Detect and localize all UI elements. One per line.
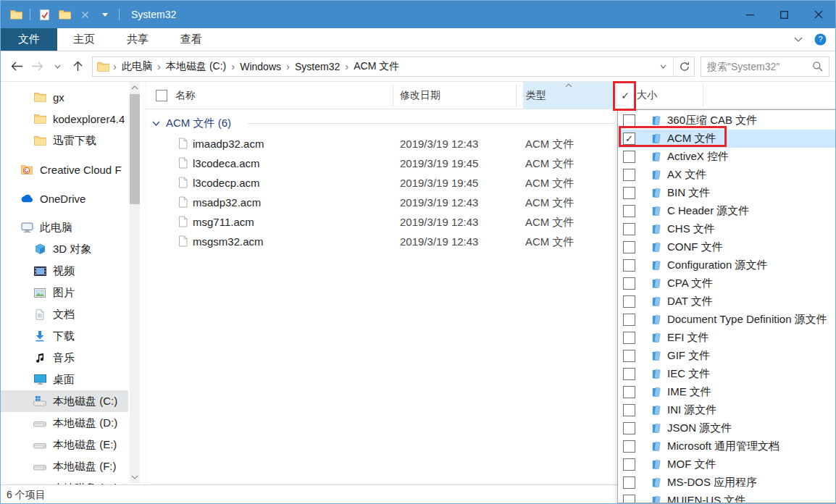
filter-checkbox[interactable] bbox=[623, 422, 635, 434]
filter-item[interactable]: CPA 文件 bbox=[618, 274, 836, 293]
filter-checkbox[interactable] bbox=[623, 205, 635, 217]
ribbon-tab-1[interactable]: 主页 bbox=[57, 28, 111, 51]
filter-checkbox[interactable] bbox=[623, 187, 635, 199]
filter-item[interactable]: BIN 文件 bbox=[618, 184, 836, 202]
qat-new-folder-button[interactable] bbox=[57, 6, 72, 23]
breadcrumb-separator-icon[interactable]: › bbox=[230, 60, 235, 72]
sidebar-item[interactable]: 本地磁盘 (F:) bbox=[1, 455, 128, 477]
sidebar-item[interactable]: gx bbox=[1, 86, 128, 108]
filter-checkbox[interactable] bbox=[623, 386, 635, 398]
filter-item[interactable]: JSON 源文件 bbox=[618, 419, 836, 437]
search-box[interactable] bbox=[701, 56, 829, 77]
ribbon-tab-3[interactable]: 查看 bbox=[164, 28, 218, 51]
filter-checkbox[interactable] bbox=[623, 277, 635, 290]
filter-item[interactable]: Microsoft 通用管理文档 bbox=[618, 437, 836, 455]
breadcrumb-item[interactable]: 本地磁盘 (C:) bbox=[162, 60, 230, 73]
filter-checkbox[interactable] bbox=[623, 114, 635, 127]
maximize-button[interactable] bbox=[767, 1, 801, 28]
breadcrumb-separator-icon[interactable]: › bbox=[156, 60, 162, 72]
breadcrumb-item[interactable]: Windows bbox=[235, 61, 285, 72]
address-box[interactable]: › 此电脑›本地磁盘 (C:)›Windows›System32›ACM 文件 bbox=[92, 56, 695, 77]
qat-customize-button[interactable] bbox=[97, 6, 113, 23]
filter-item[interactable]: INI 源文件 bbox=[618, 401, 836, 419]
filter-checkbox[interactable] bbox=[623, 458, 635, 471]
sidebar-item[interactable]: 迅雷下载 bbox=[1, 130, 128, 151]
filter-item[interactable]: CONF 文件 bbox=[618, 238, 836, 256]
sidebar-item[interactable]: OneDrive bbox=[1, 188, 128, 209]
sidebar-item[interactable]: 本地磁盘 (D:) bbox=[1, 412, 128, 434]
scroll-down-icon[interactable] bbox=[130, 471, 140, 483]
column-header-date[interactable]: 修改日期 bbox=[400, 82, 440, 109]
close-button[interactable] bbox=[801, 1, 835, 28]
filter-checkbox[interactable] bbox=[623, 495, 635, 503]
column-resize-handle[interactable] bbox=[516, 85, 517, 106]
sidebar-scrollbar[interactable] bbox=[130, 82, 140, 483]
filter-item[interactable]: Configuration 源文件 bbox=[618, 256, 836, 274]
column-resize-handle[interactable] bbox=[635, 85, 635, 106]
collapse-ribbon-icon[interactable] bbox=[794, 37, 803, 42]
filter-checkbox[interactable] bbox=[623, 332, 635, 344]
filter-item[interactable]: IME 文件 bbox=[618, 383, 836, 401]
sidebar-item[interactable]: 视频 bbox=[1, 260, 128, 282]
filter-item[interactable]: C Header 源文件 bbox=[618, 202, 836, 220]
filter-checkbox[interactable] bbox=[623, 368, 635, 380]
breadcrumb-item[interactable]: System32 bbox=[290, 61, 344, 72]
ribbon-tab-2[interactable]: 共享 bbox=[111, 28, 164, 51]
sidebar-item[interactable]: 本地磁盘 (G:) bbox=[1, 477, 128, 484]
filter-checkbox[interactable]: ✓ bbox=[623, 133, 635, 145]
group-collapse-icon[interactable] bbox=[152, 121, 160, 126]
qat-properties-button[interactable] bbox=[36, 6, 52, 23]
sidebar-item[interactable]: Creative Cloud F bbox=[1, 159, 128, 180]
sidebar-item[interactable]: 音乐 bbox=[1, 347, 128, 369]
sidebar-item[interactable]: 本地磁盘 (C:) bbox=[1, 390, 128, 412]
sidebar-item[interactable]: 下载 bbox=[1, 325, 128, 347]
filter-item[interactable]: 360压缩 CAB 文件 bbox=[618, 112, 836, 130]
sidebar-item[interactable]: kodexplorer4.4 bbox=[1, 108, 128, 130]
column-resize-handle[interactable] bbox=[393, 85, 393, 106]
sidebar-item[interactable]: 此电脑 bbox=[1, 217, 128, 238]
back-button[interactable] bbox=[7, 56, 27, 77]
breadcrumb-separator-icon[interactable]: › bbox=[285, 60, 290, 72]
filter-item[interactable]: MUIEN-US 文件 bbox=[618, 492, 836, 503]
column-resize-handle[interactable] bbox=[703, 85, 703, 106]
column-header-size[interactable]: 大小 bbox=[637, 82, 657, 109]
filter-checkbox[interactable] bbox=[623, 151, 635, 163]
filter-item[interactable]: IEC 文件 bbox=[618, 365, 836, 383]
scrollbar-thumb[interactable] bbox=[130, 94, 140, 204]
filter-item[interactable]: ✓ACM 文件 bbox=[618, 130, 836, 148]
address-dropdown-button[interactable] bbox=[654, 56, 672, 77]
filter-item[interactable]: GIF 文件 bbox=[618, 347, 836, 365]
sidebar-item[interactable]: 本地磁盘 (E:) bbox=[1, 434, 128, 455]
select-all-checkbox[interactable] bbox=[156, 90, 167, 101]
up-button[interactable] bbox=[67, 56, 88, 77]
filter-item[interactable]: MOF 文件 bbox=[618, 455, 836, 474]
filter-item[interactable]: EFI 文件 bbox=[618, 329, 836, 347]
scroll-up-icon[interactable] bbox=[130, 82, 140, 93]
type-filter-indicator[interactable]: ✓ bbox=[616, 82, 635, 109]
breadcrumb-separator-icon[interactable]: › bbox=[344, 60, 349, 72]
minimize-button[interactable] bbox=[733, 1, 767, 28]
filter-checkbox[interactable] bbox=[623, 314, 635, 326]
filter-item[interactable]: AX 文件 bbox=[618, 166, 836, 184]
column-header-name[interactable]: 名称 bbox=[175, 82, 196, 109]
filter-item[interactable]: DAT 文件 bbox=[618, 293, 836, 311]
forward-button[interactable] bbox=[27, 56, 47, 77]
filter-checkbox[interactable] bbox=[623, 440, 635, 453]
ribbon-tab-0[interactable]: 文件 bbox=[1, 28, 57, 51]
breadcrumb-item[interactable]: 此电脑 bbox=[117, 60, 156, 73]
filter-item[interactable]: MS-DOS 应用程序 bbox=[618, 474, 836, 492]
filter-item[interactable]: CHS 文件 bbox=[618, 220, 836, 238]
sidebar-item[interactable]: 文档 bbox=[1, 303, 128, 325]
search-icon[interactable] bbox=[812, 61, 823, 72]
filter-item[interactable]: ActiveX 控件 bbox=[618, 148, 836, 166]
qat-explorer-button[interactable] bbox=[8, 6, 24, 23]
filter-checkbox[interactable] bbox=[623, 476, 635, 489]
help-icon[interactable]: ? bbox=[814, 33, 827, 46]
sidebar-item[interactable]: 3D 对象 bbox=[1, 238, 128, 260]
refresh-button[interactable] bbox=[675, 56, 694, 77]
search-input[interactable] bbox=[707, 61, 812, 72]
sidebar-item[interactable]: 图片 bbox=[1, 282, 128, 303]
filter-item[interactable]: Document Type Definition 源文件 bbox=[618, 311, 836, 329]
filter-checkbox[interactable] bbox=[623, 259, 635, 272]
breadcrumb-item[interactable]: ACM 文件 bbox=[349, 60, 404, 73]
